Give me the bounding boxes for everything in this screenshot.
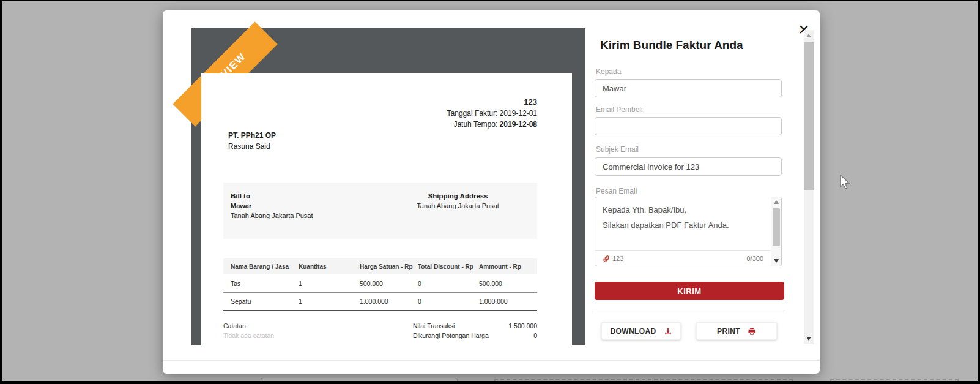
scroll-down-icon[interactable]: [806, 337, 811, 341]
char-counter: 0/300: [746, 255, 763, 262]
summary-row: Nilai Transaksi 1.500.000: [413, 321, 537, 331]
attachment-name: 123: [612, 255, 623, 262]
bill-to-block: Bill to Mawar Tanah Abang Jakarta Pusat: [231, 191, 386, 230]
scroll-up-icon[interactable]: [806, 34, 811, 37]
printer-icon: [748, 327, 756, 336]
paperclip-icon: [603, 255, 610, 262]
modal-backdrop: PREVIEW 123 Tanggal Faktur: 2019-12-01 J…: [2, 1, 978, 381]
shipping-address: Tanah Abang Jakarta Pusat: [386, 201, 530, 211]
table-header-row: Nama Barang / Jasa Kuantitas Harga Satua…: [223, 258, 537, 274]
mouse-cursor: [839, 175, 852, 193]
modal-scrollbar-thumb[interactable]: [804, 42, 814, 190]
download-button-label: DOWNLOAD: [610, 327, 656, 336]
textarea-footer: 123 0/300: [595, 250, 771, 266]
invoice-header: 123 Tanggal Faktur: 2019-12-01 Jatuh Tem…: [447, 97, 537, 130]
kepada-input[interactable]: [595, 79, 782, 97]
background-card-peek: [261, 378, 458, 381]
attachment-chip: 123: [603, 255, 623, 262]
print-button-label: PRINT: [717, 327, 740, 336]
email-pembeli-input[interactable]: [595, 117, 782, 135]
pesan-email-textarea[interactable]: Kepada Yth. Bapak/Ibu, Silakan dapatkan …: [595, 197, 782, 266]
invoice-address-box: Bill to Mawar Tanah Abang Jakarta Pusat …: [223, 183, 537, 239]
subjek-email-label: Subjek Email: [596, 145, 639, 154]
company-address: Rasuna Said: [228, 141, 276, 152]
background-dashed-area: [494, 379, 793, 381]
table-row: Tas 1 500.000 0 500.000: [223, 274, 537, 293]
download-icon: [664, 327, 672, 336]
modal-footer-divider: [163, 360, 820, 361]
invoice-number: 123: [447, 97, 537, 108]
company-name: PT. PPh21 OP: [228, 130, 276, 141]
modal-title: Kirim Bundle Faktur Anda: [600, 39, 743, 52]
summary-row: Dikurangi Potongan Harga 0: [413, 331, 537, 341]
send-invoice-modal: PREVIEW 123 Tanggal Faktur: 2019-12-01 J…: [163, 10, 820, 374]
invoice-due-line: Jatuh Tempo: 2019-12-08: [447, 119, 537, 130]
table-row: Sepatu 1 1.000.000 0 1.000.000: [223, 293, 537, 311]
notes-empty-text: Tidak ada catatan: [223, 331, 274, 341]
invoice-page: 123 Tanggal Faktur: 2019-12-01 Jatuh Tem…: [201, 73, 572, 345]
textarea-scrollbar-thumb[interactable]: [773, 208, 780, 246]
print-button[interactable]: PRINT: [696, 322, 777, 340]
shipping-label: Shipping Address: [386, 191, 530, 201]
form-divider: [595, 312, 784, 312]
scroll-up-icon[interactable]: [774, 200, 779, 204]
kirim-button[interactable]: KIRIM: [595, 282, 784, 300]
invoice-date-line: Tanggal Faktur: 2019-12-01: [447, 108, 537, 119]
background-dashed-area-2: [830, 379, 959, 381]
bill-to-name: Mawar: [231, 201, 386, 211]
email-pembeli-label: Email Pembeli: [596, 105, 643, 114]
subjek-email-input[interactable]: [595, 157, 782, 176]
invoice-company-block: PT. PPh21 OP Rasuna Said: [228, 130, 276, 152]
bill-to-address: Tanah Abang Jakarta Pusat: [231, 211, 386, 220]
modal-scrollbar[interactable]: [804, 30, 814, 344]
kepada-label: Kepada: [596, 67, 621, 76]
window-frame: PREVIEW 123 Tanggal Faktur: 2019-12-01 J…: [0, 0, 980, 384]
shipping-block: Shipping Address Tanah Abang Jakarta Pus…: [386, 191, 530, 230]
invoice-items-table: Nama Barang / Jasa Kuantitas Harga Satua…: [223, 258, 537, 311]
invoice-summary: Nilai Transaksi 1.500.000 Dikurangi Poto…: [413, 321, 537, 341]
download-button[interactable]: DOWNLOAD: [601, 322, 681, 340]
notes-label: Catatan: [223, 321, 274, 331]
message-text: Kepada Yth. Bapak/Ibu, Silakan dapatkan …: [595, 197, 781, 233]
scroll-down-icon[interactable]: [774, 259, 779, 263]
textarea-scrollbar[interactable]: [771, 197, 781, 266]
invoice-preview-pane: PREVIEW 123 Tanggal Faktur: 2019-12-01 J…: [191, 28, 585, 345]
pesan-email-label: Pesan Email: [596, 187, 637, 195]
bill-to-label: Bill to: [231, 191, 386, 201]
invoice-notes: Catatan Tidak ada catatan: [223, 321, 274, 341]
